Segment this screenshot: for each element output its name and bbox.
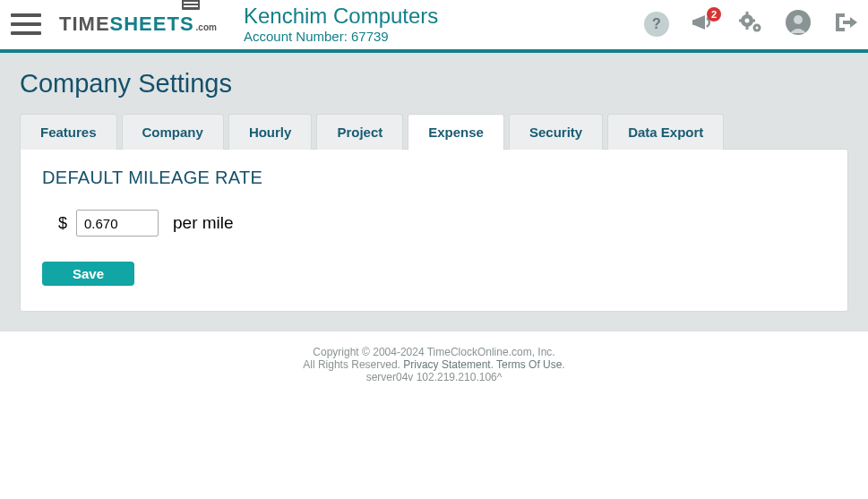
company-info: Kenchim Computers Account Number: 67739 bbox=[244, 4, 644, 44]
tab-features[interactable]: Features bbox=[20, 114, 117, 150]
tab-expense[interactable]: Expense bbox=[408, 114, 504, 151]
logo-suffix: .com bbox=[196, 22, 217, 32]
account-number: Account Number: 67739 bbox=[244, 29, 644, 44]
svg-point-15 bbox=[794, 15, 803, 24]
currency-symbol: $ bbox=[58, 214, 67, 233]
settings-button[interactable] bbox=[739, 12, 762, 37]
svg-rect-3 bbox=[184, 2, 198, 4]
svg-rect-5 bbox=[692, 20, 695, 25]
logout-button[interactable] bbox=[834, 12, 857, 37]
footer: Copyright © 2004-2024 TimeClockOnline.co… bbox=[0, 331, 868, 398]
svg-rect-11 bbox=[752, 19, 755, 22]
logout-icon bbox=[834, 12, 857, 37]
footer-rights: All Rights Reserved. bbox=[303, 358, 403, 371]
tab-company[interactable]: Company bbox=[122, 114, 224, 150]
tab-data-export[interactable]: Data Export bbox=[607, 114, 724, 150]
privacy-link[interactable]: Privacy Statement bbox=[403, 358, 490, 371]
app-header: TIMESHEETS.com Kenchim Computers Account… bbox=[0, 0, 868, 53]
svg-rect-9 bbox=[746, 26, 749, 30]
svg-rect-8 bbox=[746, 12, 749, 15]
help-button[interactable]: ? bbox=[644, 12, 669, 37]
expense-panel: DEFAULT MILEAGE RATE $ per mile Save bbox=[20, 149, 848, 312]
header-actions: ? 2 bbox=[644, 10, 857, 39]
company-name: Kenchim Computers bbox=[244, 4, 644, 29]
tab-security[interactable]: Security bbox=[509, 114, 603, 150]
save-button[interactable]: Save bbox=[42, 262, 134, 286]
section-title: DEFAULT MILEAGE RATE bbox=[42, 168, 826, 188]
notification-badge: 2 bbox=[707, 7, 721, 22]
main-content: Company Settings Features Company Hourly… bbox=[0, 53, 868, 331]
page-title: Company Settings bbox=[20, 69, 848, 99]
logo-text-2: SHEETS bbox=[110, 13, 194, 36]
tab-hourly[interactable]: Hourly bbox=[228, 114, 313, 150]
svg-point-13 bbox=[756, 26, 759, 29]
hamburger-menu-button[interactable] bbox=[11, 9, 41, 39]
help-icon: ? bbox=[644, 12, 669, 37]
tab-project[interactable]: Project bbox=[316, 114, 403, 150]
logo-icon bbox=[181, 0, 201, 14]
gear-icon bbox=[739, 12, 762, 37]
svg-point-7 bbox=[745, 18, 750, 22]
rate-suffix: per mile bbox=[173, 213, 234, 233]
announcements-button[interactable]: 2 bbox=[692, 13, 716, 36]
settings-tabs: Features Company Hourly Project Expense … bbox=[20, 113, 848, 150]
svg-rect-10 bbox=[739, 19, 743, 22]
user-profile-button[interactable] bbox=[786, 10, 811, 39]
footer-server: server04v 102.219.210.106^ bbox=[0, 371, 868, 383]
mileage-rate-row: $ per mile bbox=[58, 210, 826, 237]
logo-text-1: TIME bbox=[59, 13, 110, 36]
terms-link[interactable]: Terms Of Use bbox=[496, 358, 562, 371]
mileage-rate-input[interactable] bbox=[76, 210, 159, 237]
user-icon bbox=[786, 10, 811, 39]
footer-copyright: Copyright © 2004-2024 TimeClockOnline.co… bbox=[0, 346, 868, 358]
svg-rect-4 bbox=[184, 5, 198, 7]
logo[interactable]: TIMESHEETS.com bbox=[59, 13, 217, 36]
